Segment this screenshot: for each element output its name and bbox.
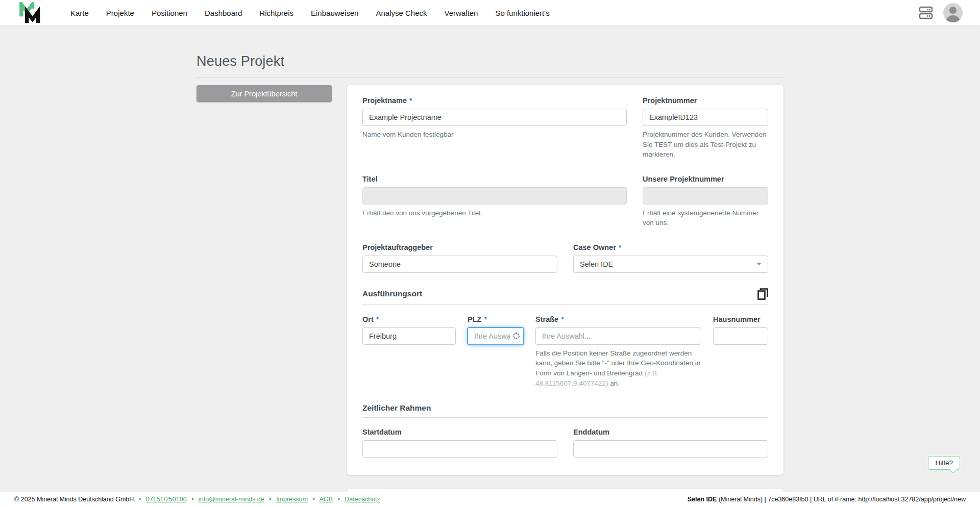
strasse-label: Straße — [535, 315, 558, 323]
server-stack-icon[interactable] — [919, 6, 933, 19]
nav-item-einbauweisen[interactable]: Einbauweisen — [311, 9, 358, 17]
field-projektauftraggeber: Projektauftraggeber — [362, 243, 557, 273]
field-unsere-projektnummer: Unsere Projektnummer Erhält eine systemg… — [643, 175, 768, 228]
hausnummer-label: Hausnummer — [713, 315, 761, 323]
field-hausnummer: Hausnummer — [713, 315, 768, 388]
case-owner-label: Case Owner — [573, 243, 616, 251]
help-bubble-button[interactable]: Hilfe? — [928, 456, 960, 470]
nav-right — [919, 3, 963, 22]
projektauftraggeber-label: Projektauftraggeber — [362, 243, 433, 251]
mineral-minds-logo[interactable] — [18, 2, 43, 23]
case-owner-selected-value: Selen IDE — [580, 260, 613, 268]
loading-spinner-icon — [513, 333, 520, 339]
section-title-ausfuehrungsort: Ausführungsort — [362, 289, 422, 298]
field-titel: Titel Erhält den von uns vorgegebenen Ti… — [362, 175, 627, 228]
required-marker: * — [619, 243, 622, 251]
nav-item-positionen[interactable]: Positionen — [152, 9, 187, 17]
nav-item-karte[interactable]: Karte — [70, 9, 89, 17]
required-marker: * — [409, 96, 412, 105]
projektnummer-label: Projektnummer — [643, 96, 697, 105]
plz-label: PLZ — [468, 315, 481, 323]
section-title-zeitlicher-rahmen: Zeitlicher Rahmen — [362, 403, 431, 413]
footer-left: © 2025 Mineral Minds Deutschland GmbH • … — [14, 496, 380, 503]
footer-separator: • — [191, 496, 193, 503]
field-startdatum: Startdatum — [362, 428, 557, 458]
nav-item-dashboard[interactable]: Dashboard — [205, 9, 242, 17]
copy-icon[interactable] — [757, 288, 768, 300]
projektname-input[interactable] — [362, 109, 627, 126]
footer-session-user: Selen IDE — [688, 496, 717, 503]
footer-session-rest: (Mineral Minds) | 7ce360e83fb0 | URL of … — [717, 496, 966, 503]
required-marker: * — [484, 315, 487, 323]
footer-session-info: Selen IDE (Mineral Minds) | 7ce360e83fb0… — [688, 496, 966, 503]
page-title: Neues Projekt — [197, 54, 783, 69]
footer-separator: • — [269, 496, 271, 503]
ort-label: Ort — [362, 315, 374, 323]
nav-item-so-funktionierts[interactable]: So funktioniert's — [495, 9, 549, 17]
footer-separator: • — [312, 496, 314, 503]
footer-link-impressum[interactable]: Impressum — [276, 496, 308, 503]
titel-help: Erhält den von uns vorgegebenen Titel. — [362, 208, 627, 218]
section-divider — [362, 417, 768, 418]
nav-links: Karte Projekte Positionen Dashboard Rich… — [70, 9, 550, 17]
enddatum-input[interactable] — [573, 440, 768, 458]
projektname-label: Projektname — [362, 96, 407, 105]
top-nav: Karte Projekte Positionen Dashboard Rich… — [0, 0, 980, 26]
titel-input — [362, 187, 627, 205]
main-area: Neues Projekt Zur Projektübersicht Proje… — [0, 26, 980, 507]
projektnummer-help: Projektnummer des Kunden. Verwenden Sie … — [643, 130, 768, 160]
field-enddatum: Enddatum — [573, 428, 768, 458]
nav-item-verwalten[interactable]: Verwalten — [445, 9, 478, 17]
field-case-owner: Case Owner * Selen IDE — [573, 243, 768, 273]
footer: © 2025 Mineral Minds Deutschland GmbH • … — [0, 492, 980, 507]
titel-label: Titel — [362, 175, 378, 183]
field-ort: Ort * — [362, 315, 456, 388]
field-projektnummer: Projektnummer Projektnummer des Kunden. … — [643, 96, 768, 160]
case-owner-select[interactable]: Selen IDE — [573, 256, 768, 273]
ort-input[interactable] — [362, 327, 456, 345]
footer-copyright: © 2025 Mineral Minds Deutschland GmbH — [14, 496, 134, 503]
strasse-input[interactable] — [535, 327, 701, 345]
unsere-projektnummer-label: Unsere Projektnummer — [643, 175, 724, 183]
footer-link-datenschutz[interactable]: Datenschutz — [345, 496, 380, 503]
footer-separator: • — [139, 496, 141, 503]
projektname-help: Name vom Kunden festlegbar — [362, 130, 627, 140]
field-strasse: Straße * Falls die Position keiner Straß… — [535, 315, 701, 388]
projektauftraggeber-input[interactable] — [362, 256, 557, 273]
unsere-projektnummer-help: Erhält eine systemgenerierte Nummer von … — [643, 208, 768, 228]
title-divider — [197, 77, 783, 78]
nav-item-analyse-check[interactable]: Analyse Check — [376, 9, 427, 17]
required-marker: * — [561, 315, 564, 323]
startdatum-label: Startdatum — [362, 428, 402, 436]
field-projektname: Projektname * Name vom Kunden festlegbar — [362, 96, 627, 160]
user-avatar-icon[interactable] — [943, 3, 963, 22]
back-to-project-overview-button[interactable]: Zur Projektübersicht — [197, 85, 332, 102]
strasse-help: Falls die Position keiner Straße zugeord… — [535, 348, 701, 388]
chevron-down-icon — [756, 263, 762, 265]
enddatum-label: Enddatum — [573, 428, 609, 436]
projektnummer-input[interactable] — [643, 109, 768, 126]
footer-separator: • — [337, 496, 339, 503]
project-form-card: Projektname * Name vom Kunden festlegbar… — [347, 85, 783, 475]
unsere-projektnummer-input — [643, 187, 768, 205]
footer-link-agb[interactable]: AGB — [320, 496, 333, 503]
startdatum-input[interactable] — [362, 440, 557, 458]
section-divider — [362, 305, 768, 305]
footer-link-phone[interactable]: 07151/250100 — [146, 496, 187, 503]
footer-link-email[interactable]: info@mineral-minds.de — [199, 496, 264, 503]
nav-item-projekte[interactable]: Projekte — [106, 9, 134, 17]
field-plz: PLZ * — [468, 315, 524, 388]
nav-item-richtpreis[interactable]: Richtpreis — [259, 9, 293, 17]
required-marker: * — [376, 315, 379, 323]
hausnummer-input[interactable] — [713, 327, 768, 345]
